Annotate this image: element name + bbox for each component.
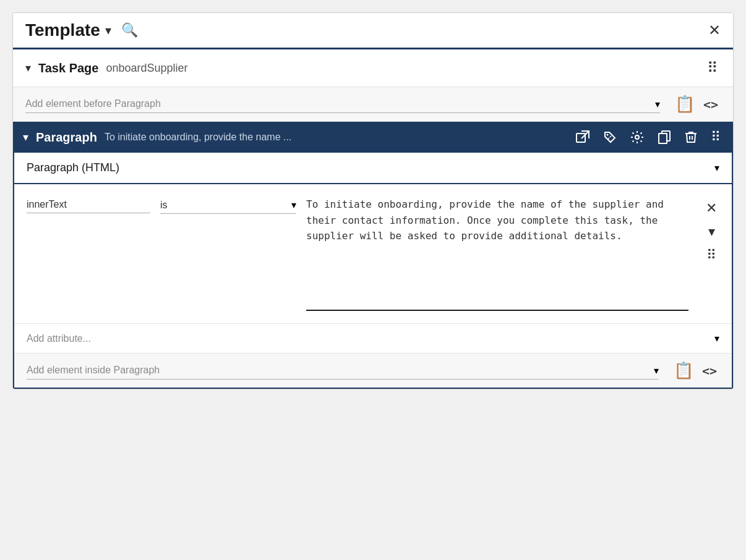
attribute-value-chevron-button[interactable]: ▾ [706,223,718,241]
attribute-operator-chevron-icon: ▾ [291,199,296,211]
add-element-inside-text: Add element inside Paragraph [27,365,160,376]
paragraph-type-dropdown[interactable]: Paragraph (HTML) ▾ [14,153,732,184]
attribute-value-actions: ✕ ▾ ⠿ [703,197,719,265]
paragraph-settings-button[interactable] [628,129,646,145]
add-attribute-chevron-icon: ▾ [714,333,719,344]
paragraph-type-chevron-icon: ▾ [714,162,719,174]
add-attribute-row[interactable]: Add attribute... ▾ [14,324,732,354]
paragraph-body: Paragraph (HTML) ▾ is ▾ To initiate onbo… [13,153,733,389]
add-element-before-code-button[interactable]: <> [701,96,721,113]
svg-rect-4 [659,134,667,143]
attribute-value-wrapper: To initiate onboarding, provide the name… [306,197,688,311]
paragraph-header: ▾ Paragraph To initiate onboarding, prov… [13,122,733,153]
paragraph-more-button[interactable]: ⠿ [708,128,723,146]
task-page-left: ▾ Task Page onboardSupplier [25,61,188,75]
paragraph-copy-button[interactable] [655,129,674,145]
header: Template ▾ 🔍 ✕ [13,13,733,49]
task-page-row: ▾ Task Page onboardSupplier ⠿ [13,49,733,87]
svg-point-1 [607,134,609,136]
attribute-field-wrapper [27,197,150,213]
paragraph-chevron-icon[interactable]: ▾ [23,130,28,144]
close-icon[interactable]: ✕ [708,22,721,39]
task-page-dots-icon: ⠿ [707,59,718,77]
paragraph-block: ▾ Paragraph To initiate onboarding, prov… [13,122,733,389]
task-page-name: onboardSupplier [106,62,187,75]
main-container: Template ▾ 🔍 ✕ ▾ Task Page onboardSuppli… [12,12,734,389]
add-element-before-actions: 📋 <> [672,93,721,115]
task-page-label: Task Page [38,61,98,75]
paragraph-type-label: Paragraph (HTML) [27,161,119,174]
add-attribute-text: Add attribute... [27,333,91,344]
svg-point-2 [635,135,639,139]
add-element-inside-clipboard-button[interactable]: 📋 [671,360,696,381]
paragraph-delete-button[interactable] [682,129,700,145]
search-icon[interactable]: 🔍 [121,22,138,38]
paragraph-preview: To initiate onboarding, provide the name… [105,132,566,143]
task-page-dots-button[interactable]: ⠿ [705,58,721,78]
add-element-before-select[interactable]: Add element before Paragraph ▾ [25,96,660,113]
attribute-value-close-button[interactable]: ✕ [703,199,719,218]
paragraph-header-actions: ⠿ [573,128,723,146]
add-element-inside-code-button[interactable]: <> [700,362,719,380]
add-element-inside-row: Add element inside Paragraph ▾ 📋 <> [14,354,732,388]
add-element-before-chevron-icon: ▾ [655,98,660,110]
paragraph-label: Paragraph [36,130,97,145]
add-element-before-clipboard-button[interactable]: 📋 [672,93,697,115]
template-chevron-icon[interactable]: ▾ [105,23,111,38]
add-element-inside-actions: 📋 <> [671,360,719,381]
add-element-before-row: Add element before Paragraph ▾ 📋 <> [13,87,733,122]
attribute-operator-wrapper[interactable]: is ▾ [160,197,296,214]
attribute-operator-text: is [160,200,291,211]
attribute-value-textarea[interactable]: To initiate onboarding, provide the name… [306,197,688,311]
add-element-inside-chevron-icon: ▾ [654,365,659,376]
task-page-chevron-icon[interactable]: ▾ [25,61,31,75]
attribute-row: is ▾ To initiate onboarding, provide the… [14,184,732,324]
add-element-inside-select[interactable]: Add element inside Paragraph ▾ [27,362,659,380]
svg-rect-0 [577,134,585,142]
attribute-value-dots-button[interactable]: ⠿ [704,246,719,265]
add-element-before-text: Add element before Paragraph [25,98,161,109]
attribute-field-input[interactable] [27,197,150,213]
header-title: Template [25,20,100,40]
paragraph-tags-button[interactable] [601,129,619,145]
header-left: Template ▾ 🔍 [25,20,138,40]
paragraph-open-external-button[interactable] [573,129,592,145]
